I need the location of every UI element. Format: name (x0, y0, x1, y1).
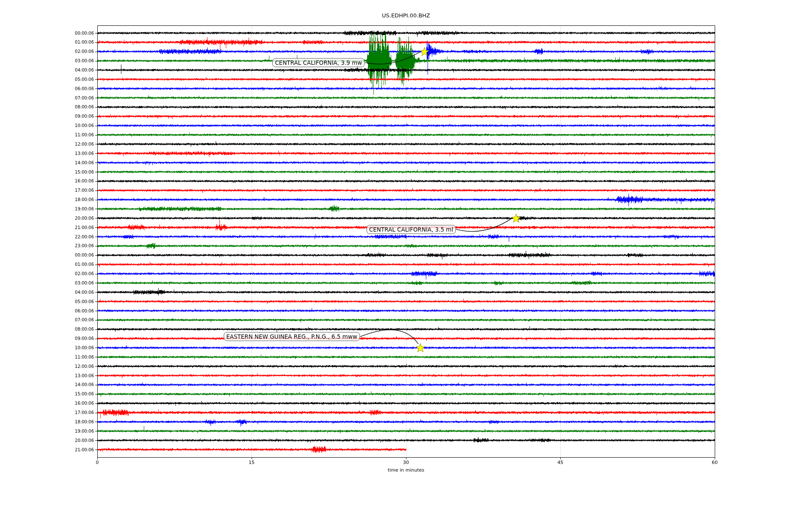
y-axis-label: 09:00:06 (51, 114, 94, 119)
y-axis-label: 06:00:06 (51, 309, 94, 313)
y-axis-label: 08:00:06 (51, 105, 94, 109)
y-axis-label: 17:00:06 (51, 188, 94, 193)
y-axis-label: 22:00:06 (51, 235, 94, 239)
y-axis-label: 10:00:06 (51, 123, 94, 128)
y-axis-label: 20:00:06 (51, 216, 94, 221)
y-axis-label: 00:00:06 (51, 31, 94, 36)
y-axis-label: 11:00:06 (51, 355, 94, 359)
x-axis-label: time in minutes (388, 467, 424, 473)
y-axis-label: 21:00:06 (51, 225, 94, 230)
y-axis-label: 18:00:06 (51, 420, 94, 424)
y-axis-label: 07:00:06 (51, 318, 94, 322)
y-axis-label: 03:00:06 (51, 58, 94, 63)
y-axis-label: 01:00:06 (51, 40, 94, 44)
y-axis-label: 16:00:06 (51, 401, 94, 406)
event-annotation-label: CENTRAL CALIFORNIA, 3.5 ml (367, 225, 456, 234)
y-axis-label: 01:00:06 (51, 262, 94, 267)
y-axis-label: 02:00:06 (51, 271, 94, 276)
y-axis-label: 05:00:06 (51, 299, 94, 304)
y-axis-label: 23:00:06 (51, 243, 94, 248)
y-axis-label: 17:00:06 (51, 410, 94, 415)
y-axis-label: 19:00:06 (51, 207, 94, 211)
y-axis-label: 14:00:06 (51, 160, 94, 165)
figure-title: US.EDHPI.00.BHZ (382, 12, 430, 19)
y-axis-label: 13:00:06 (51, 151, 94, 156)
y-axis-label: 11:00:06 (51, 133, 94, 137)
y-axis-label: 13:00:06 (51, 373, 94, 378)
y-axis-label: 15:00:06 (51, 170, 94, 174)
y-axis-label: 07:00:06 (51, 96, 94, 100)
y-axis-label: 02:00:06 (51, 49, 94, 54)
seismogram-figure: US.EDHPI.00.BHZ 00:00:0601:00:0602:00:06… (0, 0, 812, 508)
y-axis-label: 04:00:06 (51, 290, 94, 295)
x-tick-label: 60 (712, 460, 718, 465)
x-tick-label: 0 (96, 460, 99, 465)
x-tick-label: 45 (557, 460, 563, 465)
y-axis-label: 21:00:06 (51, 447, 94, 452)
x-tick-label: 15 (249, 460, 255, 465)
y-axis-label: 20:00:06 (51, 438, 94, 443)
x-tick-label: 30 (403, 460, 409, 465)
y-axis-label: 09:00:06 (51, 336, 94, 341)
y-axis-label: 16:00:06 (51, 179, 94, 183)
y-axis-label: 06:00:06 (51, 86, 94, 91)
y-axis-label: 15:00:06 (51, 392, 94, 396)
event-annotation-label: EASTERN NEW GUINEA REG., P.N.G., 6.5 mww (224, 332, 360, 341)
y-axis-label: 19:00:06 (51, 429, 94, 433)
y-axis-label: 05:00:06 (51, 77, 94, 82)
y-axis-label: 12:00:06 (51, 142, 94, 146)
y-axis-label: 03:00:06 (51, 281, 94, 285)
y-axis-label: 14:00:06 (51, 382, 94, 387)
y-axis-label: 08:00:06 (51, 327, 94, 331)
y-axis-label: 10:00:06 (51, 345, 94, 350)
y-axis-label: 18:00:06 (51, 197, 94, 202)
y-axis-label: 04:00:06 (51, 68, 94, 72)
y-axis-label: 12:00:06 (51, 364, 94, 369)
waveform-canvas (0, 0, 812, 508)
y-axis-label: 00:00:06 (51, 253, 94, 257)
event-annotation-label: CENTRAL CALIFORNIA, 3.9 mw (272, 58, 365, 67)
